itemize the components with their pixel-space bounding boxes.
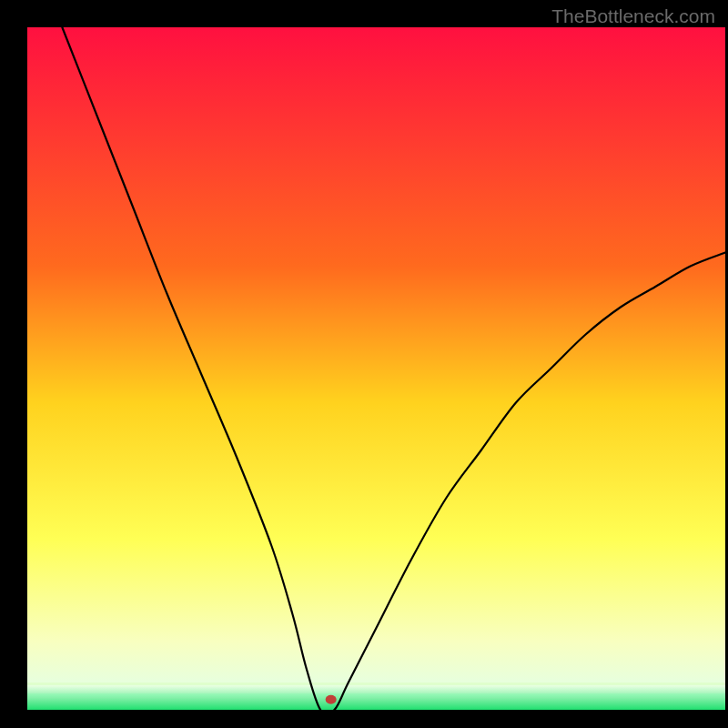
chart-container: TheBottleneck.com xyxy=(0,0,728,728)
bottleneck-chart xyxy=(0,0,728,728)
watermark-text: TheBottleneck.com xyxy=(551,5,715,27)
